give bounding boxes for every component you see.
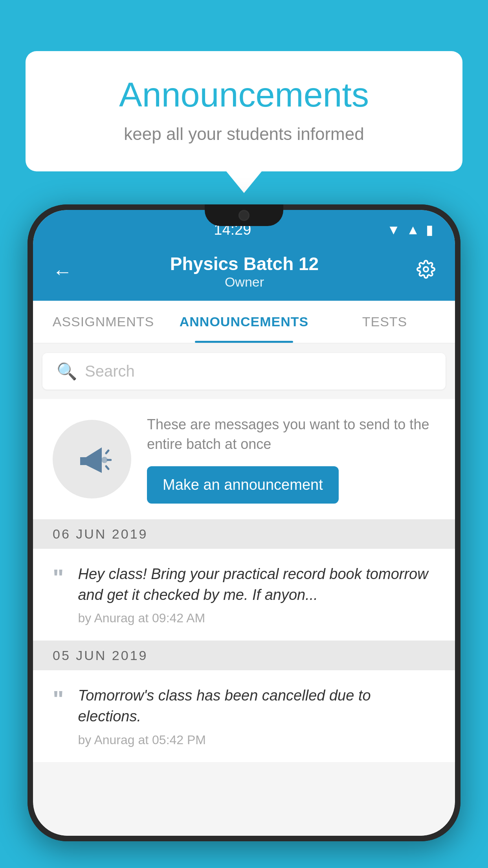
announcement-message-1: Hey class! Bring your practical record b… — [78, 564, 435, 605]
quote-icon-1: " — [53, 566, 64, 590]
status-icons: ▼ ▲ ▮ — [387, 222, 433, 237]
make-announcement-button[interactable]: Make an announcement — [147, 466, 339, 504]
app-header: ← Physics Batch 12 Owner — [33, 245, 455, 301]
speech-bubble-arrow — [226, 171, 262, 193]
announcement-placeholder-card: These are messages you want to send to t… — [33, 399, 455, 519]
tab-announcements[interactable]: ANNOUNCEMENTS — [174, 301, 314, 343]
header-center: Physics Batch 12 Owner — [170, 253, 319, 290]
megaphone-icon — [72, 440, 112, 479]
speech-bubble-subtitle: keep all your students informed — [57, 124, 431, 144]
announcement-content-1: Hey class! Bring your practical record b… — [78, 564, 435, 625]
signal-icon: ▲ — [406, 222, 420, 237]
phone-wrapper: 14:29 ▼ ▲ ▮ ← Physics Batch 12 Owner — [28, 204, 460, 868]
announcement-icon-circle — [53, 420, 131, 498]
announcement-meta-2: by Anurag at 05:42 PM — [78, 733, 435, 747]
speech-bubble-title: Announcements — [57, 75, 431, 115]
announcement-content-2: Tomorrow's class has been cancelled due … — [78, 685, 435, 747]
battery-icon: ▮ — [426, 222, 433, 237]
speech-bubble: Announcements keep all your students inf… — [26, 51, 462, 171]
svg-line-2 — [106, 451, 108, 453]
announcement-placeholder-right: These are messages you want to send to t… — [147, 415, 435, 504]
tabs-bar: ASSIGNMENTS ANNOUNCEMENTS TESTS — [33, 301, 455, 344]
phone-screen: 14:29 ▼ ▲ ▮ ← Physics Batch 12 Owner — [33, 210, 455, 836]
date-separator-2: 05 JUN 2019 — [33, 641, 455, 670]
date-separator-1: 06 JUN 2019 — [33, 519, 455, 549]
quote-icon-2: " — [53, 688, 64, 711]
announcement-item-2[interactable]: " Tomorrow's class has been cancelled du… — [33, 670, 455, 762]
speech-bubble-container: Announcements keep all your students inf… — [26, 51, 462, 193]
wifi-icon: ▼ — [387, 222, 400, 237]
search-bar[interactable]: 🔍 Search — [42, 353, 446, 390]
back-button[interactable]: ← — [53, 260, 72, 283]
tab-tests[interactable]: TESTS — [314, 301, 455, 343]
content-area: 🔍 Search — [33, 344, 455, 836]
announcement-placeholder-text: These are messages you want to send to t… — [147, 415, 435, 454]
announcement-item-1[interactable]: " Hey class! Bring your practical record… — [33, 549, 455, 641]
settings-button[interactable] — [416, 260, 435, 283]
announcement-meta-1: by Anurag at 09:42 AM — [78, 611, 435, 625]
svg-point-0 — [424, 267, 428, 272]
announcement-message-2: Tomorrow's class has been cancelled due … — [78, 685, 435, 727]
search-icon: 🔍 — [57, 362, 77, 381]
svg-line-4 — [106, 466, 108, 469]
search-placeholder: Search — [85, 362, 135, 380]
header-subtitle: Owner — [170, 274, 319, 290]
tab-assignments[interactable]: ASSIGNMENTS — [33, 301, 174, 343]
phone: 14:29 ▼ ▲ ▮ ← Physics Batch 12 Owner — [28, 204, 460, 841]
phone-notch — [205, 204, 283, 226]
front-camera — [238, 210, 250, 221]
header-title: Physics Batch 12 — [170, 253, 319, 274]
